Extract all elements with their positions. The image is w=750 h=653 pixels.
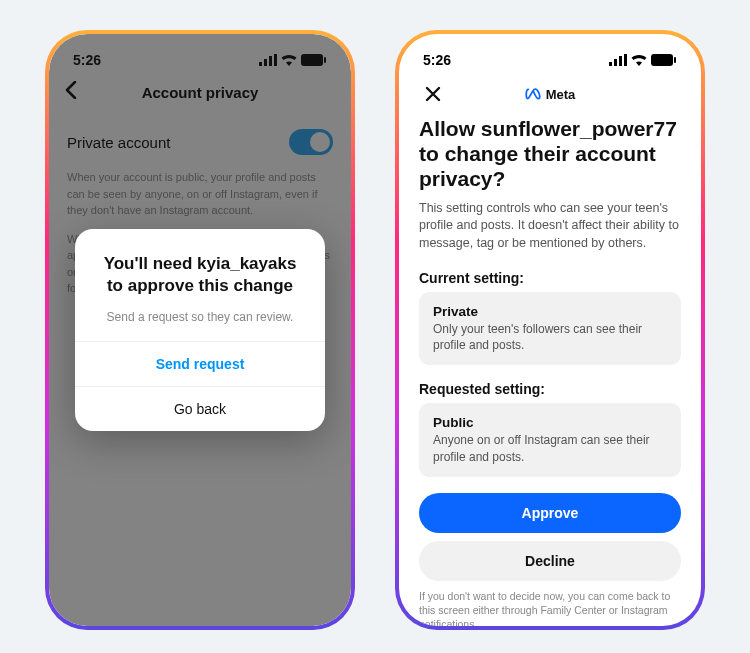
phone-frame-left: 5:26 Account privacy	[45, 30, 355, 630]
dialog-actions: Send request Go back	[75, 341, 325, 431]
requested-setting-title: Public	[433, 415, 667, 430]
requested-setting-label: Requested setting:	[419, 373, 681, 403]
requested-setting-sub: Anyone on or off Instagram can see their…	[433, 432, 667, 464]
current-setting-label: Current setting:	[419, 262, 681, 292]
phone-frame-right: 5:26 Meta	[395, 30, 705, 630]
svg-rect-11	[674, 57, 676, 63]
go-back-button[interactable]: Go back	[75, 386, 325, 431]
requested-setting-card: Public Anyone on or off Instagram can se…	[419, 403, 681, 476]
dialog-subtitle: Send a request so they can review.	[75, 303, 325, 342]
svg-rect-9	[624, 54, 627, 66]
cellular-signal-icon	[609, 54, 627, 66]
svg-rect-10	[651, 54, 673, 66]
wifi-icon	[631, 54, 647, 66]
close-icon[interactable]	[419, 80, 447, 108]
status-time: 5:26	[423, 52, 451, 68]
meta-brand-text: Meta	[546, 87, 576, 102]
modal-overlay: You'll need kyia_kayaks to approve this …	[49, 34, 351, 626]
approve-button[interactable]: Approve	[419, 493, 681, 533]
meta-logo: Meta	[525, 86, 576, 102]
approval-sheet: Meta Allow sunflower_power77 to change t…	[399, 76, 701, 626]
current-setting-title: Private	[433, 304, 667, 319]
battery-icon	[651, 54, 677, 66]
svg-rect-6	[609, 62, 612, 66]
current-setting-sub: Only your teen's followers can see their…	[433, 321, 667, 353]
decline-button[interactable]: Decline	[419, 541, 681, 581]
dialog-head: You'll need kyia_kayaks to approve this …	[75, 229, 325, 303]
sheet-topbar: Meta	[419, 76, 681, 108]
svg-rect-7	[614, 59, 617, 66]
footer-note: If you don't want to decide now, you can…	[419, 581, 681, 626]
sheet-description: This setting controls who can see your t…	[419, 200, 681, 263]
svg-rect-8	[619, 56, 622, 66]
send-request-button[interactable]: Send request	[75, 341, 325, 386]
sheet-title: Allow sunflower_power77 to change their …	[419, 108, 681, 200]
phone-screen-right: 5:26 Meta	[399, 34, 701, 626]
dialog-title: You'll need kyia_kayaks to approve this …	[97, 253, 303, 297]
phone-screen-left: 5:26 Account privacy	[49, 34, 351, 626]
current-setting-card: Private Only your teen's followers can s…	[419, 292, 681, 365]
status-indicators	[609, 54, 677, 66]
status-bar: 5:26	[399, 34, 701, 76]
approval-dialog: You'll need kyia_kayaks to approve this …	[75, 229, 325, 432]
